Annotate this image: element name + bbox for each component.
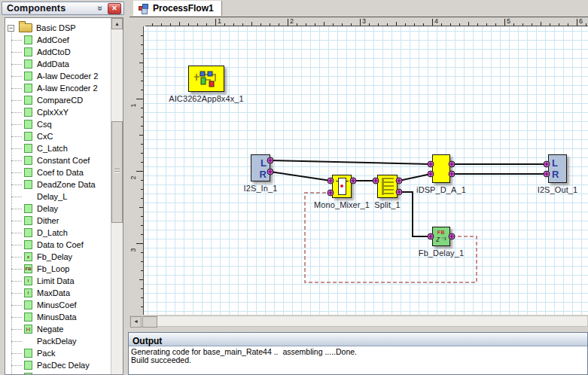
node-Split_1[interactable] [377,175,398,198]
ruler-tick [450,23,451,26]
tree-item-dither[interactable]: Dither [5,215,111,227]
ruler-tick [532,23,532,26]
node-I2S_In_1[interactable]: LR [251,154,270,181]
node-Mono_Mixer_1[interactable] [332,175,352,198]
tree-item-a-law-encoder-2[interactable]: A-law Encoder 2 [5,82,111,94]
ruler-tick [405,23,406,26]
signal-wire[interactable] [270,172,331,181]
ruler-tick [251,22,252,26]
canvas-scrollbar-thumb[interactable] [142,316,157,328]
tree-item-label: Delay [37,204,58,213]
tree-item-limit-data[interactable]: !Limit Data [5,275,111,287]
processflow-tab-icon [139,4,148,13]
scroll-up-icon[interactable]: ▲ [111,18,123,29]
tree-item-data-to-coef[interactable]: Data to Coef [5,239,111,251]
ruler-tick [279,23,279,26]
node-iDSP_D_A_1[interactable] [432,154,450,183]
tree-item-cxc[interactable]: CxC [5,130,111,142]
port-cross-icon [397,178,401,182]
component-icon [24,204,32,213]
tree-item-constant-coef[interactable]: Constant Coef [5,154,111,166]
ruler-tick [152,23,153,26]
tree-item-label: A-law Encoder 2 [37,84,98,93]
tree-item-label: Coef to Data [37,168,84,177]
node-I2S_Out_1[interactable]: LR [548,154,567,183]
node-AIC3262App8x4x_1[interactable] [188,66,224,92]
tab-processflow1[interactable]: ProcessFlow1 [133,1,222,16]
tree-item-d-latch[interactable]: D_Latch [5,227,111,239]
components-panel: Components » ✕ −Basic DSPAddCoefAddCtoDA… [0,0,126,375]
tree-item-label: MinusCoef [37,300,77,309]
design-canvas[interactable]: AIC3262App8x4x_1LRI2S_In_1Mono_Mixer_1Sp… [143,26,588,315]
tree-item-label: AddCoef [37,35,69,44]
tree-item-fb-delay[interactable]: zFb_Delay [5,251,111,263]
component-icon [24,132,32,141]
signal-wire[interactable] [399,174,431,181]
ruler-tick [432,19,433,26]
close-icon[interactable]: ✕ [108,3,121,14]
component-icon [24,72,32,81]
tree-root-basic-dsp[interactable]: −Basic DSP [5,22,111,34]
component-icon: |-| [24,325,32,334]
tree-item-deadzone-data[interactable]: DeadZone Data [5,178,111,191]
ruler-tick [342,23,343,26]
tree-item-pacdec-delay[interactable]: PacDec Delay [5,359,111,371]
tree-item-c-latch[interactable]: C_Latch [5,142,111,154]
tree-item-addcoef[interactable]: AddCoef [5,34,111,46]
tree-item-coef-to-data[interactable]: Coef to Data [5,166,111,178]
component-icon [24,228,32,237]
ruler-tick [288,19,288,26]
tree-item-label: CxC [37,132,53,141]
ruler-tick [559,23,559,26]
tree-item-delay-l[interactable]: Delay_L [5,191,111,203]
tree-scrollbar[interactable]: ▲ [111,18,123,374]
tree-item-minusdata[interactable]: MinusData [5,311,111,323]
tree-item-maxdata[interactable]: !MaxData [5,287,111,299]
tree-item-fb-loop[interactable]: FBFb_Loop [5,263,111,275]
signal-wire[interactable] [399,192,431,236]
signal-wire[interactable] [270,160,431,164]
ruler-tick [206,23,207,26]
mixer-slider-icon [338,178,346,195]
tree-item-addctod[interactable]: AddCtoD [5,46,111,58]
tree-branch-line [11,341,22,342]
ruler-tick [188,23,189,26]
ruler-tick [414,23,415,26]
node-label-Mono_Mixer_1: Mono_Mixer_1 [314,200,370,209]
node-Fb_Delay_1[interactable]: FBz⁻¹ [432,227,450,246]
tree-item-pack[interactable]: Pack [5,347,111,359]
folder-icon [19,23,32,32]
ruler-number: 1 [129,103,137,107]
ruler-number: 6 [579,17,583,25]
output-log: Generating code for base_main_Rate44 .. … [129,346,587,364]
ruler-tick [306,23,306,26]
chevron-double-down-icon[interactable]: » [96,3,105,14]
tree-item-comparecd[interactable]: CompareCD [5,94,111,106]
ruler-tick [369,23,370,26]
tree-item-cplxxxy[interactable]: CplxXxY [5,106,111,118]
canvas-horizontal-scrollbar[interactable]: ◄ [129,316,588,327]
tree-branch-line [11,88,22,89]
ruler-tick [224,23,225,26]
tree-item-minuscoef[interactable]: MinusCoef [5,299,111,311]
tree-branch-line [11,160,22,161]
ruler-tick [170,23,171,26]
tree-item-a-law-decoder-2[interactable]: A-law Decoder 2 [5,70,111,82]
tree-item-label: Delay_L [37,192,67,201]
channel-letters: LR [549,155,566,180]
tree-item-delay[interactable]: Delay [5,203,111,215]
tree-item-probe-coef[interactable]: Probe-Coef [5,371,111,375]
tree-branch-line [11,76,22,77]
components-panel-header[interactable]: Components » ✕ [2,2,124,15]
tree-scrollbar-thumb[interactable] [111,121,123,223]
tree-item-csq[interactable]: Csq [5,118,111,130]
tree-branch-line [11,365,22,366]
scroll-left-icon[interactable]: ◄ [130,316,142,328]
ruler-corner [129,17,145,26]
ruler-tick [486,23,487,26]
tree-item-adddata[interactable]: AddData [5,58,111,70]
tree-item-negate[interactable]: |-|Negate [5,323,111,335]
expander-minus-icon[interactable]: − [8,25,14,32]
tree-item-packdelay[interactable]: PackDelay [5,335,111,347]
ruler-tick [378,23,379,26]
